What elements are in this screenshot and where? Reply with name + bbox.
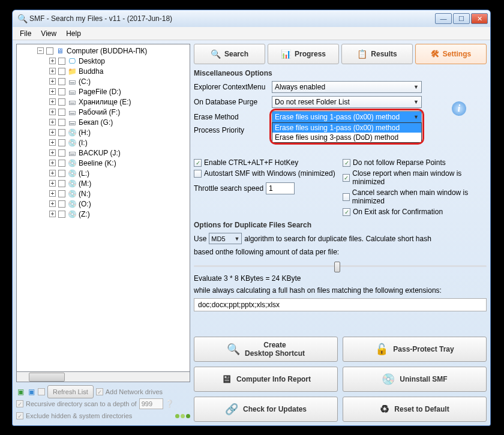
refresh-list-button[interactable]: Refresh List: [47, 385, 94, 398]
tree-hscrollbar[interactable]: [16, 372, 190, 382]
tree-checkbox[interactable]: [58, 190, 65, 197]
info-icon[interactable]: i: [452, 101, 466, 116]
collapse-icon[interactable]: −: [37, 47, 44, 54]
reset-default-button[interactable]: ♻Reset to Default: [343, 397, 487, 422]
hash-slider[interactable]: [194, 260, 487, 272]
tree-checkbox[interactable]: [58, 149, 65, 157]
exit-confirm-checkbox[interactable]: ✓: [343, 208, 350, 216]
tab-progress[interactable]: 📊Progress: [268, 44, 339, 64]
tree-checkbox[interactable]: [46, 47, 53, 55]
tree-item[interactable]: +💿(N:): [17, 188, 190, 199]
expand-icon[interactable]: +: [49, 78, 56, 85]
tree-item[interactable]: +🖴Бекап (G:): [17, 117, 190, 127]
tree-item[interactable]: +💿(H:): [17, 127, 190, 137]
hotkey-checkbox[interactable]: ✓: [194, 159, 202, 167]
dup-title: Options for Duplicate Files Search: [194, 221, 487, 229]
tree-item[interactable]: +💿(L:): [17, 168, 190, 178]
expand-icon[interactable]: +: [49, 119, 56, 125]
tree-item[interactable]: +💿(M:): [17, 178, 190, 188]
cancel-search-checkbox[interactable]: [343, 193, 350, 201]
hotkey-label: Enable CTRL+ALT+F HotKey: [204, 158, 298, 167]
expand-icon[interactable]: +: [49, 58, 56, 64]
pass-protect-button[interactable]: 🔓Pass-Protect Tray: [343, 337, 487, 362]
expand-icon[interactable]: +: [49, 160, 56, 166]
tree-checkbox[interactable]: [58, 68, 65, 75]
expand-icon[interactable]: +: [49, 190, 56, 197]
tree-item-label: (Z:): [79, 210, 90, 218]
titlebar[interactable]: 🔍 SMF - Search my Files - v11 - (2017-Ju…: [13, 10, 490, 27]
recursive-checkbox[interactable]: ✓: [16, 400, 23, 407]
tree-item[interactable]: +🖴(C:): [17, 76, 190, 86]
tree-checkbox[interactable]: [58, 119, 65, 126]
tab-settings[interactable]: 🛠Settings: [415, 44, 487, 64]
tree-item[interactable]: +🖴PageFile (D:): [17, 86, 190, 97]
tree-checkbox[interactable]: [58, 211, 65, 218]
maximize-button[interactable]: ☐: [453, 13, 470, 24]
tree-item[interactable]: +🖴Хранилище (E:): [17, 97, 190, 107]
close-report-checkbox[interactable]: ✓: [343, 174, 350, 182]
menu-help[interactable]: Help: [61, 28, 86, 39]
reparse-checkbox[interactable]: ✓: [343, 159, 350, 167]
check-updates-button[interactable]: 🔗Check for Updates: [194, 397, 338, 422]
updates-icon: 🔗: [225, 403, 238, 416]
expand-icon[interactable]: +: [49, 149, 56, 156]
erase-combo[interactable]: Erase files using 1-pass (0x00) method▼: [272, 111, 422, 123]
expand-icon[interactable]: +: [49, 88, 56, 95]
minimize-button[interactable]: —: [435, 13, 452, 24]
throttle-input[interactable]: [266, 182, 295, 194]
close-button[interactable]: ✕: [471, 13, 488, 24]
tree-item[interactable]: +💿(Z:): [17, 209, 190, 219]
tree-item[interactable]: +💿(O:): [17, 199, 190, 209]
autostart-checkbox[interactable]: [194, 170, 202, 178]
erase-option-3pass[interactable]: Erase files using 3-pass (DoD) method: [272, 133, 421, 142]
uninstall-button[interactable]: 💿Uninstall SMF: [343, 367, 487, 392]
tree-checkbox[interactable]: [58, 139, 65, 146]
collapse-tree-icon[interactable]: ▣: [27, 388, 35, 396]
drive-icon: 🖴: [67, 77, 77, 86]
algo-combo[interactable]: MD5▼: [209, 233, 242, 244]
exclude-checkbox[interactable]: ✓: [16, 412, 23, 419]
expand-icon[interactable]: +: [49, 200, 56, 207]
expand-icon[interactable]: +: [49, 170, 56, 176]
tree-checkbox[interactable]: [58, 129, 65, 136]
help-icon[interactable]: ❔: [166, 400, 174, 408]
menu-file[interactable]: File: [15, 28, 36, 39]
create-shortcut-button[interactable]: 🔍Create Desktop Shortcut: [194, 337, 338, 362]
expand-icon[interactable]: +: [49, 109, 56, 115]
expand-icon[interactable]: +: [49, 211, 56, 217]
expand-icon[interactable]: +: [49, 98, 56, 105]
refresh-checkbox[interactable]: [38, 388, 45, 395]
tree-item[interactable]: +🖵Desktop: [17, 56, 190, 66]
tree-item[interactable]: +🖴BACKUP (J:): [17, 148, 190, 158]
tree-checkbox[interactable]: [58, 200, 65, 208]
folder-tree[interactable]: − 🖥 Computer (BUDDHA-ПК) +🖵Desktop+📁Budd…: [16, 44, 190, 372]
expand-icon[interactable]: ▣: [16, 388, 25, 396]
tree-checkbox[interactable]: [58, 180, 65, 187]
tree-checkbox[interactable]: [58, 170, 65, 177]
purge-combo[interactable]: Do not reset Folder List▼: [272, 96, 422, 108]
tab-results[interactable]: 📋Results: [341, 44, 413, 64]
tree-checkbox[interactable]: [58, 88, 65, 95]
tree-checkbox[interactable]: [58, 58, 65, 65]
tree-item[interactable]: +🖴Рабочий (F:): [17, 107, 190, 117]
add-network-checkbox[interactable]: ✓: [96, 388, 103, 395]
expand-icon[interactable]: +: [49, 180, 56, 187]
tree-checkbox[interactable]: [58, 160, 65, 167]
tree-item[interactable]: +💿Beeline (K:): [17, 158, 190, 168]
tree-item[interactable]: +📁Buddha: [17, 66, 190, 76]
expand-icon[interactable]: +: [49, 68, 56, 74]
extensions-input[interactable]: [194, 298, 487, 311]
tree-item[interactable]: +💿(I:): [17, 137, 190, 148]
tab-search[interactable]: 🔍Search: [194, 44, 265, 64]
depth-input[interactable]: [139, 398, 163, 409]
tree-root[interactable]: − 🖥 Computer (BUDDHA-ПК): [17, 46, 190, 56]
expand-icon[interactable]: +: [49, 129, 56, 136]
ctx-combo[interactable]: Always enabled▼: [272, 81, 422, 93]
computer-info-button[interactable]: 🖥Computer Info Report: [194, 367, 338, 392]
tree-checkbox[interactable]: [58, 109, 65, 116]
erase-option-1pass[interactable]: Erase files using 1-pass (0x00) method: [272, 123, 421, 133]
tree-checkbox[interactable]: [58, 78, 65, 85]
tree-checkbox[interactable]: [58, 98, 65, 106]
menu-view[interactable]: View: [36, 28, 61, 39]
expand-icon[interactable]: +: [49, 139, 56, 146]
